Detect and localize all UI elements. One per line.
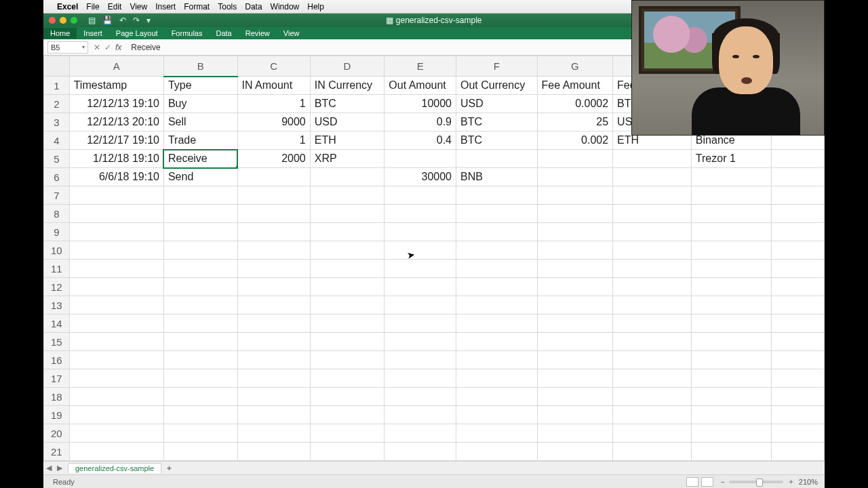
row-header[interactable]: 19 — [44, 406, 70, 424]
cell-G14[interactable] — [537, 314, 613, 333]
cell-E6[interactable]: 30000 — [384, 168, 456, 186]
col-header-F[interactable]: F — [456, 56, 538, 77]
tab-insert[interactable]: Insert — [77, 28, 109, 39]
cell-G7[interactable] — [537, 186, 613, 205]
cell-I14[interactable] — [691, 314, 771, 333]
cell-J18[interactable] — [772, 388, 825, 406]
cell-G18[interactable] — [537, 388, 613, 406]
cell-C18[interactable] — [237, 388, 310, 406]
cell-D9[interactable] — [310, 223, 384, 241]
accept-formula-icon[interactable]: ✓ — [104, 43, 111, 52]
cell-F2[interactable]: USD — [456, 95, 538, 113]
cell-H18[interactable] — [613, 388, 692, 406]
cell-H19[interactable] — [613, 406, 692, 424]
cell-D15[interactable] — [310, 333, 384, 351]
cell-B12[interactable] — [163, 278, 237, 296]
cell-G15[interactable] — [537, 333, 613, 351]
cell-A6[interactable]: 6/6/18 19:10 — [69, 168, 163, 186]
cell-B3[interactable]: Sell — [163, 113, 237, 131]
cell-D14[interactable] — [310, 314, 384, 333]
cell-D13[interactable] — [310, 296, 384, 314]
row-header[interactable]: 21 — [44, 443, 70, 461]
cell-C8[interactable] — [237, 205, 310, 223]
cell-J9[interactable] — [772, 223, 825, 241]
cell-E9[interactable] — [384, 223, 456, 241]
cell-H20[interactable] — [613, 424, 692, 443]
cell-I18[interactable] — [691, 388, 771, 406]
row-header[interactable]: 1 — [44, 77, 70, 95]
cell-C21[interactable] — [237, 443, 310, 461]
cell-E19[interactable] — [384, 406, 456, 424]
cell-G20[interactable] — [537, 424, 613, 443]
menu-edit[interactable]: Edit — [108, 2, 122, 12]
qat-save-icon[interactable]: 💾 — [102, 16, 113, 25]
cell-J20[interactable] — [772, 424, 825, 443]
cell-H17[interactable] — [613, 369, 692, 388]
cell-C4[interactable]: 1 — [237, 131, 310, 150]
cell-J10[interactable] — [772, 241, 825, 260]
cell-B2[interactable]: Buy — [163, 95, 237, 113]
row-header[interactable]: 20 — [44, 424, 70, 443]
cell-A15[interactable] — [69, 333, 163, 351]
cell-B5[interactable]: Receive — [163, 150, 237, 168]
cell-F10[interactable] — [456, 241, 538, 260]
cell-G5[interactable] — [537, 150, 613, 168]
cell-A2[interactable]: 12/12/13 19:10 — [69, 95, 163, 113]
cell-C11[interactable] — [237, 260, 310, 278]
cell-E21[interactable] — [384, 443, 456, 461]
cell-C17[interactable] — [237, 369, 310, 388]
app-name[interactable]: Excel — [57, 2, 78, 12]
cell-F21[interactable] — [456, 443, 538, 461]
cell-F1[interactable]: Out Currency — [456, 77, 538, 95]
cell-F3[interactable]: BTC — [456, 113, 538, 131]
tab-home[interactable]: Home — [43, 28, 77, 39]
cell-D1[interactable]: IN Currency — [310, 77, 384, 95]
cell-I11[interactable] — [691, 260, 771, 278]
cell-G4[interactable]: 0.002 — [537, 131, 613, 150]
tab-review[interactable]: Review — [239, 28, 277, 39]
cell-B18[interactable] — [163, 388, 237, 406]
cell-B13[interactable] — [163, 296, 237, 314]
cell-A18[interactable] — [69, 388, 163, 406]
cell-A11[interactable] — [69, 260, 163, 278]
cell-D18[interactable] — [310, 388, 384, 406]
cell-E20[interactable] — [384, 424, 456, 443]
tab-view[interactable]: View — [277, 28, 307, 39]
cell-B21[interactable] — [163, 443, 237, 461]
cell-D8[interactable] — [310, 205, 384, 223]
cell-C1[interactable]: IN Amount — [237, 77, 310, 95]
cell-B20[interactable] — [163, 424, 237, 443]
cell-G9[interactable] — [537, 223, 613, 241]
cell-I19[interactable] — [691, 406, 771, 424]
cell-F16[interactable] — [456, 351, 538, 369]
cell-H9[interactable] — [613, 223, 692, 241]
cell-I16[interactable] — [691, 351, 771, 369]
cell-G10[interactable] — [537, 241, 613, 260]
cell-I6[interactable] — [691, 168, 771, 186]
cell-C19[interactable] — [237, 406, 310, 424]
cell-F14[interactable] — [456, 314, 538, 333]
cell-D4[interactable]: ETH — [310, 131, 384, 150]
menu-insert[interactable]: Insert — [155, 2, 176, 12]
cell-B9[interactable] — [163, 223, 237, 241]
add-sheet-icon[interactable]: ＋ — [165, 463, 173, 473]
cell-H6[interactable] — [613, 168, 692, 186]
cell-A1[interactable]: Timestamp — [69, 77, 163, 95]
cell-H8[interactable] — [613, 205, 692, 223]
menu-view[interactable]: View — [130, 2, 147, 12]
cell-A4[interactable]: 12/12/17 19:10 — [69, 131, 163, 150]
cell-E3[interactable]: 0.9 — [384, 113, 456, 131]
cell-E5[interactable] — [384, 150, 456, 168]
cell-E18[interactable] — [384, 388, 456, 406]
cell-B7[interactable] — [163, 186, 237, 205]
cell-A19[interactable] — [69, 406, 163, 424]
menu-data[interactable]: Data — [245, 2, 262, 12]
cell-J6[interactable] — [772, 168, 825, 186]
cell-A20[interactable] — [69, 424, 163, 443]
view-normal-icon[interactable] — [686, 477, 698, 487]
close-icon[interactable] — [49, 17, 56, 24]
col-header-C[interactable]: C — [237, 56, 310, 77]
cell-G13[interactable] — [537, 296, 613, 314]
cell-I5[interactable]: Trezor 1 — [691, 150, 771, 168]
qat-undo-icon[interactable]: ↶ — [119, 16, 126, 25]
